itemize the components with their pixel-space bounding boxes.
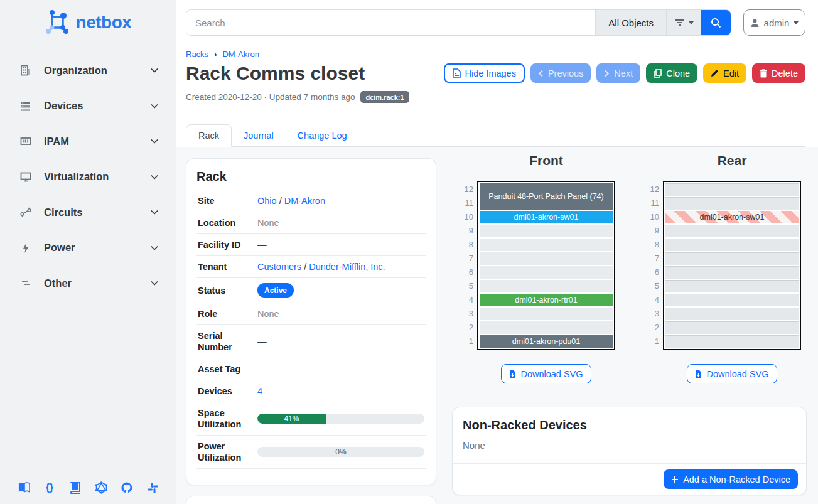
non-racked-devices-card: Non-Racked Devices None Add a Non-Racked…: [452, 407, 807, 495]
site-group-link[interactable]: DM-Akron: [284, 196, 325, 206]
field-row-role: Role None: [196, 303, 426, 325]
search-scope-label: All Objects: [608, 18, 654, 28]
previous-button[interactable]: Previous: [530, 63, 591, 83]
devices-count-link[interactable]: 4: [257, 386, 262, 396]
hide-images-button[interactable]: Hide Images: [444, 63, 525, 83]
front-elevation-title: Front: [477, 153, 615, 171]
download-svg-front-button[interactable]: Download SVG: [501, 364, 591, 383]
sidebar-item-circuits[interactable]: Circuits: [19, 195, 160, 230]
rack-device[interactable]: dmi01-akron-sw01: [665, 211, 799, 223]
breadcrumb-separator: ›: [214, 50, 217, 59]
space-utilization-fill: 41%: [257, 414, 326, 424]
non-racked-empty-text: None: [453, 432, 806, 463]
tab-change-log[interactable]: Change Log: [286, 125, 359, 146]
tenant-group-link[interactable]: Customers: [257, 262, 301, 272]
empty-slot-u5[interactable]: [480, 280, 613, 292]
chevron-down-icon: [149, 206, 160, 218]
empty-slot-u8[interactable]: [480, 239, 613, 251]
rear-rack: dmi01-akron-sw01: [663, 181, 801, 350]
non-racked-title: Non-Racked Devices: [463, 418, 796, 432]
sidebar-item-power[interactable]: Power: [19, 230, 160, 266]
clone-button[interactable]: Clone: [646, 63, 697, 83]
front-rack: Panduit 48-Port Patch Panel (74) dmi01-a…: [477, 181, 615, 350]
user-menu-button[interactable]: admin: [743, 9, 805, 36]
api-docs-icon[interactable]: [68, 480, 83, 495]
empty-slot-u3[interactable]: [665, 308, 799, 320]
chevron-down-icon: [149, 171, 160, 183]
sidebar-item-label: Power: [44, 242, 149, 254]
sidebar-item-ipam[interactable]: IPAM: [19, 124, 160, 159]
chevron-down-icon: [149, 277, 160, 289]
devices-icon: [19, 99, 33, 113]
community-icon[interactable]: [145, 480, 160, 495]
filter-icon: [675, 19, 684, 26]
search-filter-dropdown[interactable]: [666, 10, 701, 35]
sidebar-item-label: Organization: [44, 65, 149, 77]
tab-rack[interactable]: Rack: [186, 124, 232, 147]
search-scope-select[interactable]: All Objects: [595, 10, 666, 35]
caret-down-icon: [794, 21, 799, 24]
plus-icon: [671, 476, 679, 483]
tab-journal[interactable]: Journal: [232, 125, 286, 146]
empty-slot-u9[interactable]: [665, 225, 799, 237]
empty-slot-u7[interactable]: [480, 252, 613, 265]
rest-api-icon[interactable]: {}: [42, 480, 57, 495]
sidebar-item-devices[interactable]: Devices: [19, 88, 160, 124]
breadcrumb-dm-akron[interactable]: DM-Akron: [222, 50, 259, 59]
empty-slot-u9[interactable]: [480, 225, 613, 237]
chevron-right-icon: [604, 70, 610, 77]
add-non-racked-device-button[interactable]: Add a Non-Racked Device: [664, 469, 798, 489]
asset-tag-value: —: [257, 364, 424, 374]
empty-slot-u6[interactable]: [480, 266, 613, 279]
empty-slot-u3[interactable]: [480, 308, 613, 320]
rear-elevation-title: Rear: [663, 153, 801, 171]
docs-icon[interactable]: [16, 480, 31, 495]
sidebar: netbox Organization Devices: [0, 0, 176, 504]
rack-device[interactable]: dmi01-akron-sw01: [480, 211, 613, 223]
file-download-icon: [509, 370, 516, 378]
action-buttons: Hide Images Previous Next Clone: [444, 63, 805, 83]
empty-slot-u11[interactable]: [665, 197, 799, 210]
virtualization-icon: [19, 170, 33, 184]
main: All Objects admin Racks: [176, 0, 818, 504]
empty-slot-u6[interactable]: [665, 266, 799, 279]
search-button[interactable]: [701, 10, 731, 35]
rack-device[interactable]: dmi01-akron-pdu01: [480, 335, 613, 348]
empty-slot-u7[interactable]: [665, 252, 799, 265]
rack-device[interactable]: Panduit 48-Port Patch Panel (74): [480, 183, 613, 210]
empty-slot-u2[interactable]: [480, 321, 613, 334]
netbox-logo[interactable]: netbox: [0, 9, 176, 36]
breadcrumb-racks[interactable]: Racks: [186, 50, 208, 59]
sidebar-item-other[interactable]: Other: [19, 265, 160, 301]
sidebar-item-virtualization[interactable]: Virtualization: [19, 159, 160, 195]
edit-button[interactable]: Edit: [703, 63, 746, 83]
empty-slot-u2[interactable]: [665, 321, 799, 334]
user-name: admin: [764, 18, 790, 28]
search-input[interactable]: [186, 10, 595, 35]
empty-slot-u8[interactable]: [665, 239, 799, 251]
rack-device[interactable]: dmi01-akron-rtr01: [480, 294, 613, 306]
empty-slot-u1[interactable]: [665, 335, 799, 348]
building-icon: [19, 63, 33, 77]
delete-button[interactable]: Delete: [752, 63, 805, 83]
caret-down-icon: [689, 21, 694, 24]
tenant-link[interactable]: Dunder-Mifflin, Inc.: [309, 262, 385, 272]
site-link[interactable]: Ohio: [257, 196, 277, 206]
chevron-down-icon: [149, 136, 160, 147]
other-icon: [19, 276, 33, 290]
download-svg-rear-button[interactable]: Download SVG: [687, 364, 777, 383]
empty-slot-u4[interactable]: [665, 294, 799, 306]
field-row-status: Status Active: [196, 278, 426, 303]
next-button[interactable]: Next: [596, 63, 640, 83]
created-updated-text: Created 2020-12-20 · Updated 7 months ag…: [186, 92, 355, 102]
empty-slot-u5[interactable]: [665, 280, 799, 292]
search-icon: [711, 18, 721, 28]
copy-icon: [654, 69, 662, 78]
github-icon[interactable]: [119, 480, 134, 495]
graphql-icon[interactable]: [94, 480, 109, 495]
empty-slot-u12[interactable]: [665, 183, 799, 196]
field-row-devices: Devices 4: [196, 380, 426, 402]
global-search: All Objects: [186, 9, 731, 36]
trash-icon: [760, 69, 767, 78]
sidebar-item-organization[interactable]: Organization: [19, 53, 160, 88]
